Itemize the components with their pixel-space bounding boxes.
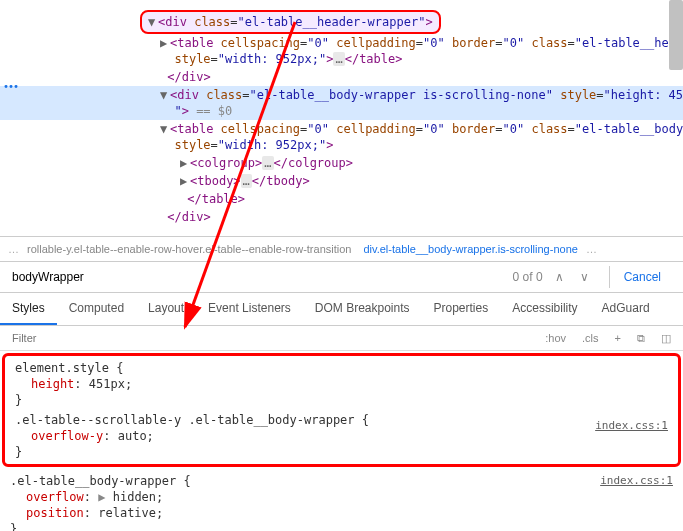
breadcrumb-overflow[interactable]: … xyxy=(586,243,597,255)
styles-filter-bar: :hov .cls + ⧉ ◫ xyxy=(0,326,683,351)
css-property[interactable]: height: 451px; xyxy=(15,376,668,392)
css-close-brace: } xyxy=(15,392,668,408)
css-close-brace: } xyxy=(15,444,668,460)
tab-styles[interactable]: Styles xyxy=(0,293,57,325)
search-cancel-button[interactable]: Cancel xyxy=(609,266,675,288)
panel-tabs: Styles Computed Layout Event Listeners D… xyxy=(0,293,683,326)
css-property[interactable]: overflow-y: auto; xyxy=(15,428,668,444)
dom-node-close-table[interactable]: </table> xyxy=(140,190,683,208)
dom-tree-panel[interactable]: ••• ▼<div class="el-table__header-wrappe… xyxy=(0,0,683,236)
css-property[interactable]: position: relative; xyxy=(10,505,673,521)
expand-triangle-icon[interactable]: ▼ xyxy=(148,14,158,30)
tab-adguard[interactable]: AdGuard xyxy=(590,293,662,325)
computed-toggle-icon[interactable]: ⧉ xyxy=(633,330,649,347)
expand-triangle-icon[interactable]: ▼ xyxy=(160,121,170,137)
overflow-ellipsis-icon: ••• xyxy=(3,79,18,95)
breadcrumb-item-active[interactable]: div.el-table__body-wrapper.is-scrolling-… xyxy=(359,241,581,257)
breadcrumb-overflow[interactable]: … xyxy=(8,243,19,255)
css-rule-boxed[interactable]: element.style { height: 451px; } .el-tab… xyxy=(2,353,681,467)
tab-dom-breakpoints[interactable]: DOM Breakpoints xyxy=(303,293,422,325)
dom-node-body-wrapper-selected[interactable]: ▼<div class="el-table__body-wrapper is-s… xyxy=(0,86,683,120)
search-next-icon[interactable]: ∨ xyxy=(576,270,593,284)
tab-properties[interactable]: Properties xyxy=(422,293,501,325)
dom-node-colgroup[interactable]: ▶<colgroup>…</colgroup> xyxy=(140,154,683,172)
breadcrumb-bar: … rollable-y.el-table--enable-row-hover.… xyxy=(0,236,683,262)
scrollbar-thumb[interactable] xyxy=(669,0,683,70)
tab-computed[interactable]: Computed xyxy=(57,293,136,325)
css-source-link[interactable]: index.css:1 xyxy=(600,473,673,489)
css-selector[interactable]: element.style { xyxy=(15,360,668,376)
sidebar-toggle-icon[interactable]: ◫ xyxy=(657,330,675,347)
dom-node-tbody[interactable]: ▶<tbody>…</tbody> xyxy=(140,172,683,190)
breadcrumb-item[interactable]: rollable-y.el-table--enable-row-hover.el… xyxy=(23,241,355,257)
hov-toggle[interactable]: :hov xyxy=(541,330,570,346)
tab-layout[interactable]: Layout xyxy=(136,293,196,325)
tab-event-listeners[interactable]: Event Listeners xyxy=(196,293,303,325)
dom-node-close-div[interactable]: </div> xyxy=(140,68,683,86)
tab-accessibility[interactable]: Accessibility xyxy=(500,293,589,325)
dom-node-table-header[interactable]: ▶<table cellspacing="0" cellpadding="0" … xyxy=(140,34,683,68)
css-selector[interactable]: .el-table--scrollable-y .el-table__body-… xyxy=(15,412,668,428)
dom-node-close-div2[interactable]: </div> xyxy=(140,208,683,226)
new-rule-icon[interactable]: + xyxy=(611,330,625,346)
css-rule[interactable]: index.css:1 .el-table__body-wrapper { ov… xyxy=(0,469,683,531)
expand-triangle-icon[interactable]: ▶ xyxy=(160,35,170,51)
search-prev-icon[interactable]: ∧ xyxy=(551,270,568,284)
cls-toggle[interactable]: .cls xyxy=(578,330,603,346)
css-source-link[interactable]: index.css:1 xyxy=(595,418,668,434)
ellipsis-icon[interactable]: … xyxy=(241,174,252,188)
styles-pane[interactable]: element.style { height: 451px; } .el-tab… xyxy=(0,351,683,531)
expand-triangle-icon[interactable]: ▶ xyxy=(180,173,190,189)
search-count: 0 of 0 xyxy=(513,270,543,284)
dom-node-table-body[interactable]: ▼<table cellspacing="0" cellpadding="0" … xyxy=(140,120,683,154)
css-selector[interactable]: .el-table__body-wrapper { xyxy=(10,473,673,489)
dom-node-header-wrapper[interactable]: ▼<div class="el-table__header-wrapper"> xyxy=(140,10,441,34)
css-close-brace: } xyxy=(10,521,673,531)
styles-filter-input[interactable] xyxy=(8,328,533,348)
ellipsis-icon[interactable]: … xyxy=(333,52,344,66)
ellipsis-icon[interactable]: … xyxy=(262,156,273,170)
css-property[interactable]: overflow: ▶ hidden; xyxy=(10,489,673,505)
search-bar: 0 of 0 ∧ ∨ Cancel xyxy=(0,262,683,293)
expand-triangle-icon[interactable]: ▶ xyxy=(98,490,105,504)
expand-triangle-icon[interactable]: ▶ xyxy=(180,155,190,171)
search-input[interactable] xyxy=(8,266,505,288)
expand-triangle-icon[interactable]: ▼ xyxy=(160,87,170,103)
